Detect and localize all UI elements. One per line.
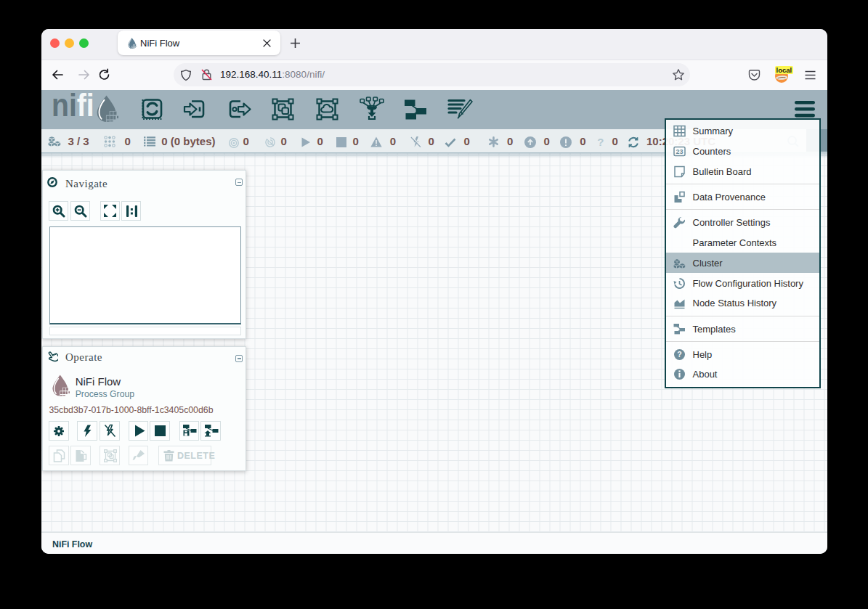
svg-text:23: 23 xyxy=(676,148,683,155)
svg-text:?: ? xyxy=(677,350,681,359)
